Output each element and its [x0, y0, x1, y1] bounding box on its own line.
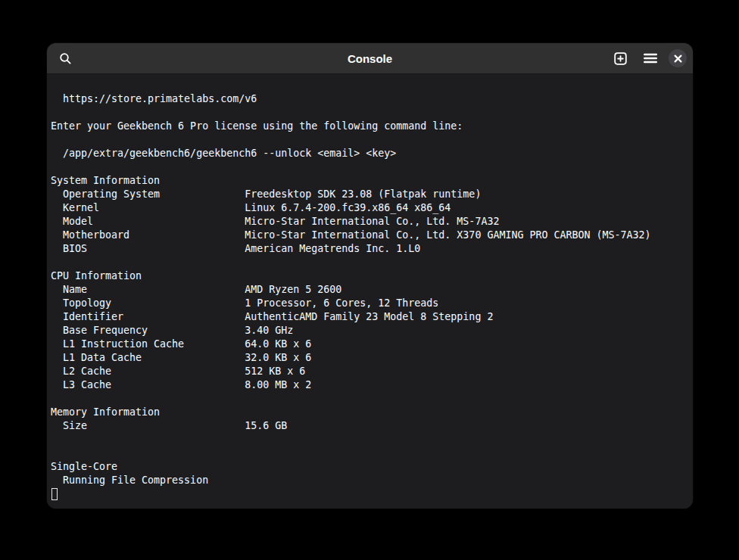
headerbar[interactable]: Console — [47, 43, 693, 74]
terminal-cursor — [51, 488, 58, 500]
desktop: { "window": { "title": "Console", "heade… — [0, 0, 739, 560]
search-button[interactable] — [53, 46, 77, 70]
terminal-output: https://store.primatelabs.com/v6 Enter y… — [51, 92, 689, 487]
menu-icon — [644, 53, 657, 64]
window-title: Console — [47, 52, 693, 65]
terminal-view[interactable]: https://store.primatelabs.com/v6 Enter y… — [47, 74, 693, 509]
console-window: Console — [47, 43, 693, 509]
close-button[interactable] — [669, 49, 687, 67]
new-tab-button[interactable] — [608, 46, 632, 70]
new-tab-icon — [614, 52, 627, 65]
search-icon — [59, 52, 72, 65]
close-icon — [674, 54, 682, 63]
menu-button[interactable] — [638, 46, 663, 70]
